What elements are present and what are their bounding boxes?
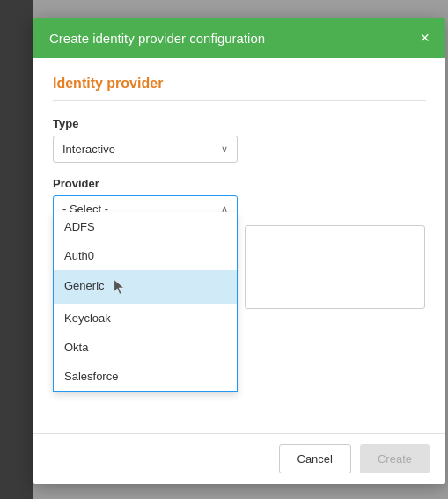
modal-footer: Cancel Create [33, 433, 445, 484]
notes-textarea[interactable] [245, 225, 425, 309]
type-label: Type [53, 117, 426, 130]
type-value: Interactive [62, 143, 115, 156]
modal-dialog: Create identity provider configuration ×… [33, 18, 445, 484]
provider-label: Provider [53, 177, 426, 190]
create-button[interactable]: Create [360, 444, 430, 473]
provider-dropdown: ADFS Auth0 Generic Keycloak Okta Salesfo… [53, 212, 238, 392]
cursor-icon [111, 278, 129, 296]
backdrop: Create identity provider configuration ×… [0, 0, 448, 499]
modal-header: Create identity provider configuration × [33, 18, 445, 58]
option-keycloak[interactable]: Keycloak [54, 304, 237, 333]
close-button[interactable]: × [420, 30, 430, 46]
option-salesforce[interactable]: Salesforce [54, 362, 237, 391]
type-form-group: Type Interactive ∨ [53, 117, 426, 163]
option-auth0[interactable]: Auth0 [54, 241, 237, 270]
modal-body: Identity provider Type Interactive ∨ Pro… [33, 58, 445, 433]
cancel-button[interactable]: Cancel [279, 444, 351, 473]
modal-title: Create identity provider configuration [49, 31, 265, 46]
sidebar [0, 0, 33, 499]
option-adfs[interactable]: ADFS [54, 212, 237, 241]
type-select[interactable]: Interactive ∨ [53, 136, 238, 163]
option-generic[interactable]: Generic [54, 270, 237, 304]
type-chevron-icon: ∨ [221, 143, 228, 155]
option-okta[interactable]: Okta [54, 333, 237, 362]
section-title: Identity provider [53, 76, 426, 101]
